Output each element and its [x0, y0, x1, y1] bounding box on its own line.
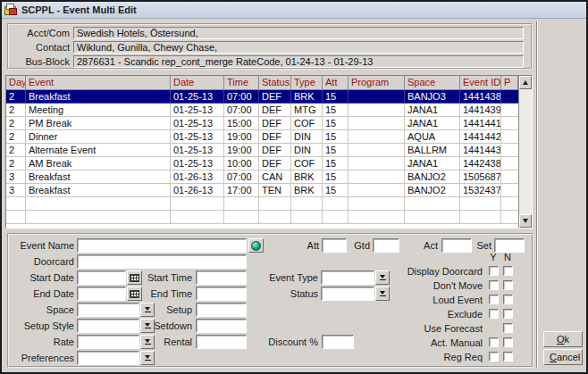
vertical-scrollbar[interactable]: [518, 76, 532, 228]
end-time-input[interactable]: [196, 287, 247, 301]
cell-status: DEF: [259, 157, 291, 170]
cell-type: [291, 211, 323, 224]
cell-time: 07:00: [224, 90, 259, 104]
cancel-button[interactable]: Cancel: [543, 349, 583, 365]
doorcard-input[interactable]: [77, 254, 247, 269]
event-name-lookup-button[interactable]: [248, 238, 264, 253]
table-row[interactable]: [6, 211, 532, 224]
gtd-input[interactable]: [373, 238, 399, 253]
ok-button[interactable]: Ok: [543, 331, 583, 347]
cell-date: 01-26-13: [171, 170, 224, 184]
cell-day: 2: [6, 104, 26, 117]
exclude-n-checkbox[interactable]: [503, 309, 513, 319]
contact-label: Contact: [9, 42, 73, 53]
preferences-label: Preferences: [9, 352, 74, 364]
cell-date: 01-25-13: [171, 104, 224, 117]
set-label: Set: [467, 239, 491, 252]
bus-block-field[interactable]: 2876631 - Scandic rep_cont_merge RateCod…: [73, 55, 524, 68]
display-doorcard-y-checkbox[interactable]: [489, 266, 499, 276]
start-time-input[interactable]: [196, 270, 247, 285]
loud-event-y-checkbox[interactable]: [489, 295, 499, 304]
use-forecast-checkbox[interactable]: [503, 323, 513, 333]
preferences-dropdown-button[interactable]: [140, 351, 155, 365]
contact-field[interactable]: Wiklund, Gunilla, Chewy Chase,: [73, 41, 524, 54]
table-row[interactable]: 2 Breakfast 01-25-13 07:00 DEF BRK 15 BA…: [6, 90, 532, 104]
reg-req-y-checkbox[interactable]: [489, 352, 499, 362]
cell-event: Breakfast: [26, 184, 171, 197]
cell-space: AQUA: [405, 130, 460, 144]
cell-status: CAN: [259, 170, 291, 184]
start-time-label: Start Time: [130, 271, 192, 284]
start-date-input[interactable]: [77, 270, 126, 285]
cell-day: 3: [6, 170, 26, 184]
cell-type: DIN: [291, 144, 323, 157]
end-date-input[interactable]: [77, 287, 126, 301]
scrollbar-track[interactable]: [519, 89, 532, 214]
cell-att: 15: [323, 170, 349, 184]
table-row[interactable]: 3 Breakfast 01-26-13 17:00 TEN BRK 15 BA…: [6, 184, 532, 197]
column-header-time: Time: [224, 76, 259, 90]
table-body: 2 Breakfast 01-25-13 07:00 DEF BRK 15 BA…: [6, 90, 532, 224]
column-header-p: P: [501, 76, 518, 90]
cell-space: BANJO3: [405, 90, 460, 104]
cell-space: [405, 197, 460, 211]
contact-row: Contact Wiklund, Gunilla, Chewy Chase,: [9, 41, 524, 54]
att-input[interactable]: [322, 238, 347, 253]
act-manual-y-checkbox[interactable]: [489, 337, 499, 347]
cell-event: Breakfast: [26, 90, 171, 104]
table-row[interactable]: 2 AM Break 01-25-13 10:00 DEF COF 15 JAN…: [6, 157, 532, 170]
table-row[interactable]: [6, 197, 532, 211]
cell-type: COF: [291, 117, 323, 130]
cell-event-id: 1532437: [460, 184, 501, 197]
setdown-input[interactable]: [196, 319, 247, 333]
setup-input[interactable]: [196, 303, 247, 317]
rental-input[interactable]: [196, 335, 247, 349]
bus-block-label: Bus-Block: [9, 56, 73, 67]
bus-block-row: Bus-Block 2876631 - Scandic rep_cont_mer…: [9, 55, 524, 68]
space-label: Space: [9, 303, 74, 316]
loud-event-n-checkbox[interactable]: [503, 295, 513, 304]
cell-att: 15: [323, 117, 349, 130]
table-row[interactable]: 2 Meeting 01-25-13 07:00 DEF MTG 15 JANA…: [6, 104, 532, 117]
preferences-input[interactable]: [77, 351, 139, 365]
reg-req-n-checkbox[interactable]: [503, 352, 513, 362]
cell-program: [349, 184, 405, 197]
set-input[interactable]: [494, 238, 525, 253]
exclude-label: Exclude: [349, 308, 483, 320]
table-row[interactable]: 2 PM Break 01-25-13 15:00 DEF COF 15 JAN…: [6, 117, 532, 130]
table-row[interactable]: 2 Dinner 01-25-13 19:00 DEF DIN 15 AQUA …: [6, 130, 532, 144]
table-row[interactable]: 2 Alternate Event 01-25-13 19:00 DEF DIN…: [6, 144, 532, 157]
title-bar[interactable]: SCPPL - Event Multi Edit: [2, 2, 586, 19]
cell-space: [405, 211, 460, 224]
cell-att: [323, 211, 349, 224]
acct-com-field[interactable]: Swedish Hotels, Östersund,: [73, 27, 524, 39]
table-header-row: Day Event Date Time Status Type Att Prog…: [6, 76, 518, 90]
cell-type: BRK: [291, 170, 323, 184]
cell-date: 01-25-13: [171, 130, 224, 144]
column-header-status: Status: [259, 76, 291, 90]
cell-program: [349, 170, 405, 184]
display-doorcard-n-checkbox[interactable]: [503, 266, 513, 276]
cell-program: [349, 197, 405, 211]
dont-move-y-checkbox[interactable]: [489, 280, 499, 290]
scroll-up-button[interactable]: [519, 76, 532, 89]
cell-event-id: 1505687: [460, 170, 501, 184]
cell-day: 3: [6, 184, 26, 197]
cell-att: 15: [323, 184, 349, 197]
cell-event-id: [460, 211, 501, 224]
cell-event-id: 1441438: [460, 90, 501, 104]
cell-space: BANJO2: [405, 184, 460, 197]
table-row[interactable]: 3 Breakfast 01-26-13 07:00 CAN BRK 15 BA…: [6, 170, 532, 184]
cell-status: DEF: [259, 117, 291, 130]
cell-day: [6, 211, 26, 224]
cell-type: COF: [291, 157, 323, 170]
dont-move-n-checkbox[interactable]: [503, 280, 513, 290]
cell-space: JANA1: [405, 117, 460, 130]
column-header-program: Program: [349, 76, 405, 90]
act-manual-n-checkbox[interactable]: [503, 337, 513, 347]
exclude-y-checkbox[interactable]: [489, 309, 499, 319]
cell-event-id: 1441441: [460, 117, 501, 130]
event-name-input[interactable]: [77, 238, 247, 253]
cell-time: 19:00: [224, 144, 259, 157]
scroll-down-button[interactable]: [519, 214, 532, 228]
